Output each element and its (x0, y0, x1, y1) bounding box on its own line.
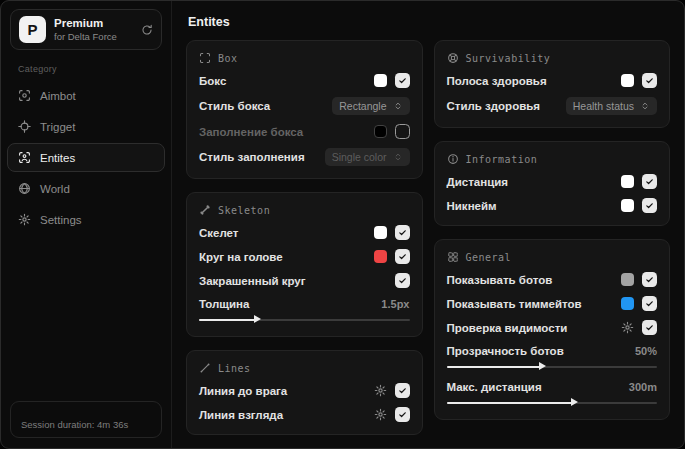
checkbox[interactable] (642, 296, 657, 311)
checkbox[interactable] (395, 225, 410, 240)
settings-gear-button[interactable] (374, 384, 387, 397)
slider-thumb[interactable] (539, 362, 546, 370)
setting-row: Никнейм (447, 198, 658, 213)
setting-label: Никнейм (447, 200, 497, 212)
slider[interactable] (447, 362, 658, 371)
session-duration-card: Session duration: 4m 36s (10, 401, 162, 438)
section-header: Lines (199, 362, 410, 374)
app-logo: P (19, 16, 46, 43)
color-swatch[interactable] (374, 250, 387, 263)
gear-icon (374, 408, 387, 421)
color-swatch[interactable] (621, 273, 634, 286)
sidebar-item-world[interactable]: World (7, 174, 165, 203)
slider-setting: Толщина1.5px (199, 298, 410, 324)
setting-label: Линия до врага (199, 385, 287, 397)
checkbox[interactable] (642, 198, 657, 213)
checkbox[interactable] (395, 273, 410, 288)
setting-row: Показывать тиммейтов (447, 296, 658, 311)
section-card-box: BoxБоксСтиль боксаRectangleЗаполнение бо… (186, 40, 423, 179)
section-card-information: InformationДистанцияНикнейм (434, 141, 671, 226)
color-swatch[interactable] (621, 74, 634, 87)
sidebar-item-aimbot[interactable]: Aimbot (7, 81, 165, 110)
section-title: Lines (218, 363, 251, 374)
checkbox[interactable] (642, 73, 657, 88)
setting-label: Бокс (199, 75, 226, 87)
checkbox[interactable] (395, 407, 410, 422)
settings-gear-button[interactable] (621, 321, 634, 334)
dropdown-value: Rectangle (339, 100, 386, 112)
sidebar-item-label: Entites (40, 152, 75, 164)
app-window: P Premium for Delta Force Category Aimbo… (0, 0, 685, 449)
setting-controls (621, 73, 657, 88)
check-icon (645, 275, 654, 284)
check-icon (645, 299, 654, 308)
section-header: Skeleton (199, 204, 410, 216)
sidebar-item-label: Settings (40, 214, 82, 226)
slider-fill (447, 366, 542, 368)
info-icon (447, 153, 459, 165)
dropdown[interactable]: Rectangle (332, 97, 409, 115)
slider-fill (199, 319, 256, 321)
color-swatch[interactable] (374, 226, 387, 239)
chevrons-icon (640, 101, 650, 111)
sidebar-item-entites[interactable]: Entites (7, 143, 165, 172)
checkbox[interactable] (642, 320, 657, 335)
setting-row: Стиль заполненияSingle color (199, 148, 410, 166)
setting-controls (621, 320, 657, 335)
checkbox[interactable] (642, 174, 657, 189)
sidebar-item-label: Aimbot (40, 90, 76, 102)
check-icon (398, 228, 407, 237)
slider[interactable] (447, 398, 658, 407)
setting-controls (374, 124, 410, 139)
sidebar-item-trigget[interactable]: Trigget (7, 112, 165, 141)
dropdown[interactable]: Health status (566, 97, 657, 115)
checkbox[interactable] (395, 383, 410, 398)
box-icon (199, 52, 211, 64)
setting-controls (395, 273, 410, 288)
setting-row: Дистанция (447, 174, 658, 189)
section-title: Survivability (466, 53, 551, 64)
check-icon (645, 201, 654, 210)
world-icon (18, 182, 31, 195)
dropdown[interactable]: Single color (325, 148, 410, 166)
settings-gear-button[interactable] (374, 408, 387, 421)
entites-icon (18, 151, 31, 164)
slider-header: Прозрачность ботов50% (447, 345, 658, 357)
sidebar-item-settings[interactable]: Settings (7, 205, 165, 234)
setting-controls: Health status (566, 97, 657, 115)
setting-label: Стиль здоровья (447, 100, 541, 112)
color-swatch[interactable] (621, 297, 634, 310)
slider-thumb[interactable] (254, 315, 261, 323)
sync-button[interactable] (141, 24, 153, 36)
slider-value: 1.5px (381, 298, 409, 310)
slider-thumb[interactable] (571, 398, 578, 406)
brand-subtitle: for Delta Force (54, 31, 117, 43)
check-icon (645, 76, 654, 85)
right-column: SurvivabilityПолоса здоровьяСтиль здоров… (434, 40, 671, 420)
section-card-general: GeneralПоказывать ботовПоказывать тиммей… (434, 239, 671, 420)
slider-setting: Макс. дистанция300m (447, 381, 658, 407)
settings-icon (18, 213, 31, 226)
color-swatch[interactable] (374, 125, 387, 138)
checkbox[interactable] (395, 249, 410, 264)
checkbox[interactable] (642, 272, 657, 287)
setting-controls (374, 383, 410, 398)
color-swatch[interactable] (621, 175, 634, 188)
setting-row: Круг на голове (199, 249, 410, 264)
setting-controls (374, 249, 410, 264)
page-title: Entites (188, 15, 670, 29)
setting-row: Заполнение бокса (199, 124, 410, 139)
line-icon (199, 362, 211, 374)
color-swatch[interactable] (621, 199, 634, 212)
color-swatch[interactable] (374, 74, 387, 87)
setting-label: Стиль заполнения (199, 151, 305, 163)
section-header: Survivability (447, 52, 658, 64)
setting-label: Скелет (199, 227, 239, 239)
slider[interactable] (199, 315, 410, 324)
checkbox[interactable] (395, 124, 410, 139)
left-column: BoxБоксСтиль боксаRectangleЗаполнение бо… (186, 40, 423, 435)
checkbox[interactable] (395, 73, 410, 88)
setting-label: Дистанция (447, 176, 508, 188)
setting-row: Стиль боксаRectangle (199, 97, 410, 115)
setting-row: Проверка видимости (447, 320, 658, 335)
